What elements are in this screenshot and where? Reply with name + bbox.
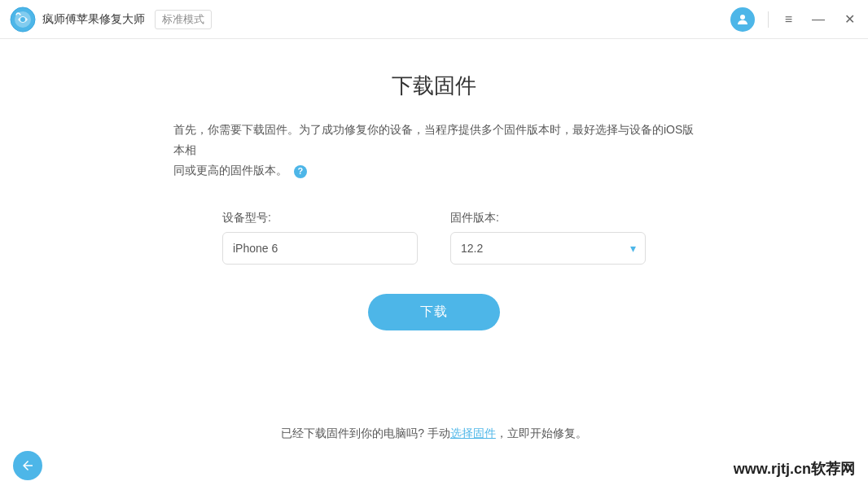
watermark: www.rjtj.cn软荐网 bbox=[734, 459, 855, 479]
form-row: 设备型号: 固件版本: 12.2 12.1 12.0 11.3 ▾ bbox=[222, 211, 646, 265]
device-field: 设备型号: bbox=[222, 211, 418, 265]
firmware-field: 固件版本: 12.2 12.1 12.0 11.3 ▾ bbox=[450, 211, 646, 265]
bottom-note-prefix: 已经下载固件到你的电脑吗? 手动 bbox=[281, 427, 450, 440]
mode-badge: 标准模式 bbox=[155, 10, 212, 29]
titlebar: 疯师傅苹果修复大师 标准模式 ≡ — ✕ bbox=[0, 0, 868, 39]
description-line2: 同或更高的固件版本。 bbox=[173, 164, 287, 177]
bottom-note-suffix: ，立即开始修复。 bbox=[496, 427, 587, 440]
page-title: 下载固件 bbox=[392, 72, 476, 100]
main-content: 下载固件 首先，你需要下载固件。为了成功修复你的设备，当程序提供多个固件版本时，… bbox=[0, 39, 868, 490]
svg-point-2 bbox=[20, 17, 25, 22]
description-line1: 首先，你需要下载固件。为了成功修复你的设备，当程序提供多个固件版本时，最好选择与… bbox=[173, 123, 694, 156]
back-button[interactable] bbox=[13, 451, 42, 480]
firmware-label: 固件版本: bbox=[450, 211, 646, 225]
help-icon[interactable]: ? bbox=[294, 165, 307, 178]
bottom-note: 已经下载固件到你的电脑吗? 手动选择固件，立即开始修复。 bbox=[281, 427, 587, 441]
download-button[interactable]: 下载 bbox=[368, 294, 500, 330]
close-button[interactable]: ✕ bbox=[841, 10, 858, 29]
description-text: 首先，你需要下载固件。为了成功修复你的设备，当程序提供多个固件版本时，最好选择与… bbox=[173, 120, 695, 182]
app-name: 疯师傅苹果修复大师 bbox=[42, 12, 145, 27]
minimize-button[interactable]: — bbox=[809, 10, 828, 29]
user-avatar[interactable] bbox=[730, 7, 755, 32]
firmware-select-wrapper: 12.2 12.1 12.0 11.3 ▾ bbox=[450, 232, 646, 265]
select-firmware-link[interactable]: 选择固件 bbox=[450, 427, 496, 440]
firmware-select[interactable]: 12.2 12.1 12.0 11.3 bbox=[450, 232, 646, 265]
menu-button[interactable]: ≡ bbox=[782, 10, 796, 29]
svg-point-3 bbox=[740, 15, 745, 20]
device-label: 设备型号: bbox=[222, 211, 418, 225]
titlebar-divider bbox=[768, 11, 769, 28]
app-logo bbox=[10, 7, 36, 33]
titlebar-controls: ≡ — ✕ bbox=[730, 7, 858, 32]
device-input bbox=[222, 232, 418, 265]
